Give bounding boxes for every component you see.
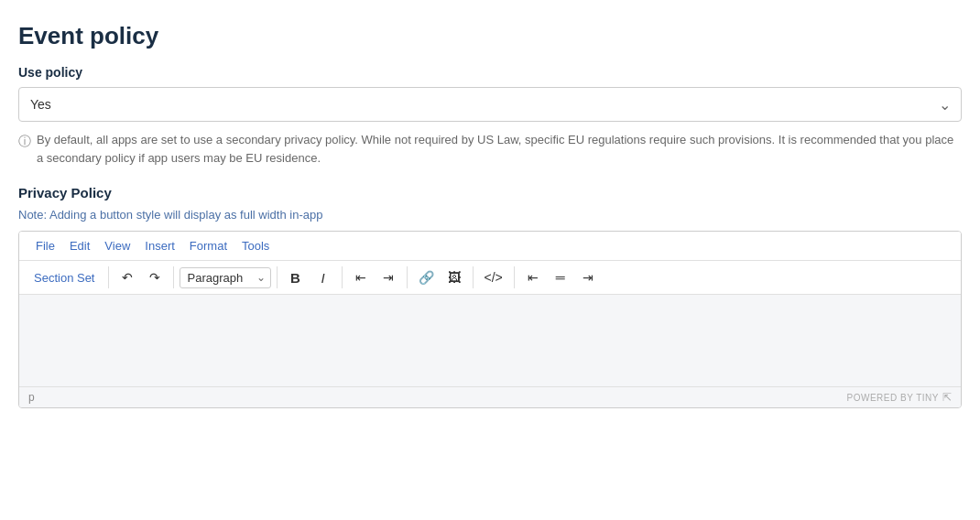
toolbar-divider-2 — [173, 266, 174, 288]
editor-menubar: File Edit View Insert Format Tools — [19, 232, 961, 261]
info-icon: ⓘ — [18, 132, 31, 151]
image-icon: 🖼 — [448, 270, 461, 285]
paragraph-select-wrapper: Paragraph Heading 1 Heading 2 Heading 3 … — [180, 267, 271, 288]
toolbar-divider-7 — [514, 266, 515, 288]
p-indicator: p — [28, 391, 35, 404]
menu-insert[interactable]: Insert — [137, 237, 182, 255]
paragraph-format-select[interactable]: Paragraph Heading 1 Heading 2 Heading 3 — [180, 267, 271, 288]
undo-button[interactable]: ↶ — [114, 265, 140, 290]
section-set-button[interactable]: Section Set — [27, 267, 103, 288]
resize-icon: ⇱ — [942, 391, 952, 404]
image-button[interactable]: 🖼 — [441, 265, 467, 290]
editor-content-area[interactable] — [19, 295, 961, 386]
info-description: By default, all apps are set to use a se… — [37, 131, 962, 167]
undo-icon: ↶ — [122, 270, 133, 285]
rich-text-editor: File Edit View Insert Format Tools Secti… — [18, 231, 962, 408]
page-title: Event policy — [18, 22, 962, 50]
use-policy-select[interactable]: Yes No — [18, 87, 962, 122]
info-section: ⓘ By default, all apps are set to use a … — [18, 131, 962, 167]
editor-footer: p POWERED BY TINY ⇱ — [19, 386, 961, 407]
code-icon: </> — [485, 270, 503, 285]
bold-button[interactable]: B — [283, 265, 309, 290]
toolbar-divider-3 — [277, 266, 278, 288]
toolbar-divider-4 — [342, 266, 343, 288]
align-center-button[interactable]: ═ — [548, 265, 573, 290]
toolbar-divider-1 — [108, 266, 109, 288]
menu-format[interactable]: Format — [182, 237, 234, 255]
use-policy-select-wrapper: Yes No ⌄ — [18, 87, 962, 122]
menu-tools[interactable]: Tools — [234, 237, 277, 255]
align-left-button[interactable]: ⇤ — [520, 265, 546, 290]
menu-view[interactable]: View — [97, 237, 137, 255]
editor-toolbar: Section Set ↶ ↷ Paragraph Heading 1 Head… — [19, 261, 961, 295]
redo-button[interactable]: ↷ — [142, 265, 168, 290]
bold-icon: B — [290, 270, 300, 286]
outdent-button[interactable]: ⇤ — [348, 265, 374, 290]
toolbar-divider-6 — [473, 266, 474, 288]
indent-button[interactable]: ⇥ — [376, 265, 401, 290]
outdent-icon: ⇤ — [355, 270, 366, 285]
code-button[interactable]: </> — [479, 265, 508, 290]
align-right-button[interactable]: ⇥ — [575, 265, 601, 290]
align-left-icon: ⇤ — [528, 270, 539, 285]
indent-icon: ⇥ — [383, 270, 394, 285]
italic-button[interactable]: I — [310, 265, 336, 290]
powered-by-label: POWERED BY TINY — [847, 393, 939, 403]
redo-icon: ↷ — [149, 270, 160, 285]
align-right-icon: ⇥ — [583, 270, 593, 285]
align-center-icon: ═ — [556, 270, 565, 285]
italic-icon: I — [321, 270, 324, 286]
use-policy-label: Use policy — [18, 65, 962, 80]
link-button[interactable]: 🔗 — [413, 265, 440, 290]
privacy-policy-label: Privacy Policy — [18, 185, 962, 200]
toolbar-divider-5 — [407, 266, 408, 288]
menu-edit[interactable]: Edit — [62, 237, 97, 255]
link-icon: 🔗 — [419, 270, 434, 285]
note-text: Note: Adding a button style will display… — [18, 208, 962, 222]
menu-file[interactable]: File — [28, 237, 62, 255]
